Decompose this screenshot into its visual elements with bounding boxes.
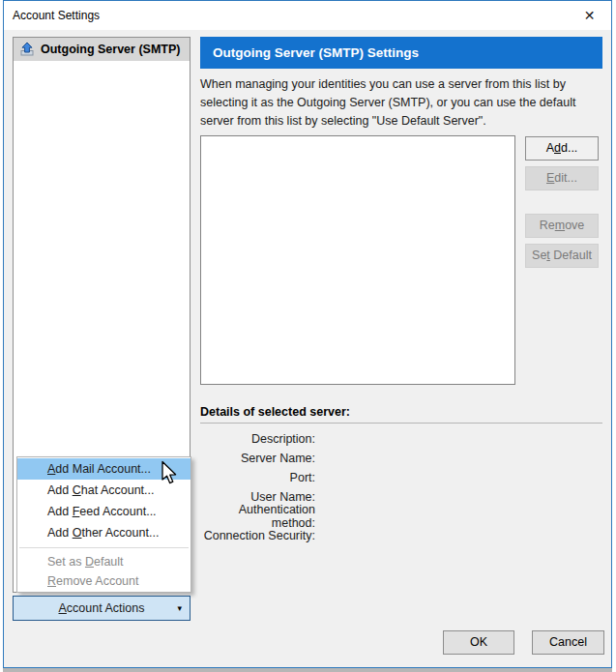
- menu-item-set-as-default: Set as Default: [17, 552, 191, 571]
- close-icon[interactable]: ✕: [568, 1, 611, 30]
- details-row-port: Port:: [200, 468, 602, 487]
- account-actions-label: Account Actions: [59, 601, 145, 615]
- add-button[interactable]: Add...: [525, 136, 599, 161]
- smtp-server-icon: [19, 42, 35, 57]
- details-separator: [200, 423, 602, 424]
- account-actions-menu: Add Mail Account... Add Chat Account... …: [16, 456, 191, 593]
- panel-heading: Outgoing Server (SMTP) Settings: [200, 37, 602, 69]
- details-row-description: Description:: [200, 429, 602, 449]
- details-label: Port:: [200, 471, 315, 484]
- sidebar-item-outgoing-server[interactable]: Outgoing Server (SMTP): [14, 38, 190, 61]
- menu-separator: [19, 547, 189, 548]
- titlebar: Account Settings ✕: [4, 1, 611, 30]
- sidebar-item-label: Outgoing Server (SMTP): [41, 43, 180, 56]
- details-label: Description:: [200, 432, 315, 446]
- set-default-button: Set Default: [525, 244, 599, 268]
- details-row-authentication-method: Authentication method:: [200, 507, 602, 526]
- smtp-server-list[interactable]: [200, 135, 515, 385]
- details-row-server-name: Server Name:: [200, 449, 602, 468]
- remove-button: Remove: [525, 214, 599, 238]
- account-settings-dialog: Account Settings ✕ Outgoing Server (SMTP…: [3, 0, 612, 668]
- details-heading: Details of selected server:: [200, 405, 350, 419]
- details-label: Authentication method:: [200, 503, 315, 530]
- details-of-selected-server: Description: Server Name: Port: User Nam…: [200, 429, 602, 545]
- details-row-connection-security: Connection Security:: [200, 526, 602, 545]
- window-title: Account Settings: [13, 1, 100, 30]
- chevron-down-icon: ▾: [177, 597, 182, 620]
- window-shadow: [3, 668, 612, 672]
- details-label: User Name:: [200, 490, 315, 504]
- panel-description: When managing your identities you can us…: [200, 75, 604, 131]
- menu-item-remove-account: Remove Account: [17, 571, 191, 591]
- menu-item-add-mail-account[interactable]: Add Mail Account...: [17, 458, 191, 480]
- details-label: Server Name:: [200, 452, 315, 465]
- ok-button[interactable]: OK: [443, 630, 514, 655]
- menu-item-add-other-account[interactable]: Add Other Account...: [17, 522, 191, 543]
- edit-button: Edit...: [525, 166, 599, 190]
- details-label: Connection Security:: [200, 529, 315, 542]
- account-actions-button[interactable]: Account Actions ▾: [13, 596, 191, 621]
- menu-item-add-feed-account[interactable]: Add Feed Account...: [17, 501, 191, 522]
- cancel-button[interactable]: Cancel: [532, 630, 604, 655]
- menu-item-add-chat-account[interactable]: Add Chat Account...: [17, 480, 191, 501]
